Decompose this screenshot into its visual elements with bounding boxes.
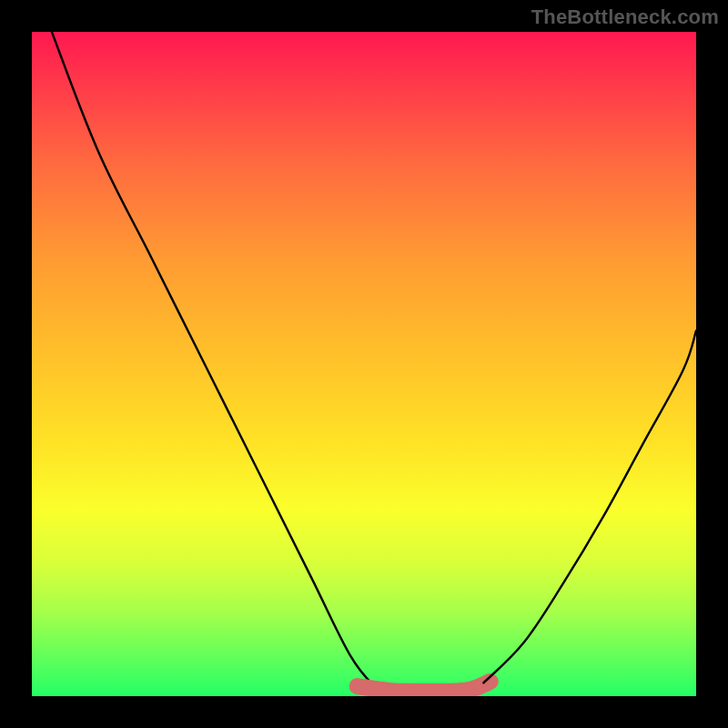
chart-frame: TheBottleneck.com — [0, 0, 728, 728]
plot-area — [32, 32, 696, 696]
chart-svg — [32, 32, 696, 696]
curve-ascending-right — [483, 331, 696, 683]
flat-bottom-marker — [358, 682, 490, 692]
curve-descending-left — [52, 32, 378, 690]
watermark-label: TheBottleneck.com — [531, 5, 719, 29]
